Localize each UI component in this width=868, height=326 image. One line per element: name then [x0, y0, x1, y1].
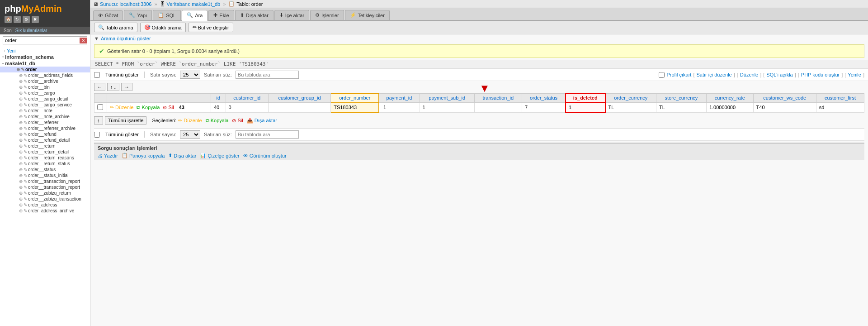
- sidebar-item-order-status-initial[interactable]: ⊕✎order__status_initial: [0, 173, 90, 178]
- exit-icon[interactable]: ✖: [32, 16, 39, 23]
- sidebar-item-order-status[interactable]: ⊕✎order__status: [0, 167, 90, 173]
- edit-link[interactable]: Düzenle: [740, 72, 758, 78]
- export-btn[interactable]: ⬆ Dışa aktar: [168, 153, 196, 158]
- t20: order__transaction_report: [28, 185, 80, 190]
- sidebar-item-add-db[interactable]: +Yeni: [0, 48, 90, 54]
- sidebar-item-order-zubizu-transaction[interactable]: ⊕✎order__zubizu_transaction: [0, 196, 90, 202]
- col-customer-first[interactable]: customer_first: [816, 93, 864, 102]
- sidebar-item-order-address-fields[interactable]: ⊕✎order__address_fields: [0, 72, 90, 78]
- tab-islemler[interactable]: ⚙ İşlemler: [310, 10, 344, 20]
- show-all-checkbox-bottom[interactable]: [94, 132, 100, 138]
- col-payment-id[interactable]: payment_id: [379, 93, 420, 102]
- db-link[interactable]: Veritabanı: makale1t_db: [167, 1, 221, 7]
- renew-link[interactable]: Yenile: [848, 72, 861, 78]
- row-checkbox[interactable]: [97, 104, 103, 110]
- nav-left-btn[interactable]: ←: [94, 83, 105, 91]
- nav-up-btn[interactable]: ↑: [94, 116, 103, 125]
- filter-input-bottom[interactable]: [236, 130, 299, 139]
- bul-degistir-btn[interactable]: ✏ Bul ve değiştir: [189, 23, 233, 32]
- rows-select-bottom[interactable]: 25 50 100: [180, 130, 200, 139]
- sidebar-item-order-referrer-archive[interactable]: ⊕✎order__referrer_archive: [0, 125, 90, 131]
- clipboard-btn[interactable]: 📋 Panoya kopyala: [122, 153, 165, 158]
- sidebar-item-order-address-archive[interactable]: ⊕✎order_address_archive: [0, 208, 90, 214]
- sidebar-item-order-return-detail[interactable]: ⊕✎order__return_detail: [0, 149, 90, 155]
- home-icon[interactable]: 🏠: [5, 16, 12, 23]
- profil-link[interactable]: Profil çıkart: [666, 72, 691, 78]
- sidebar-item-order-refund[interactable]: ⊕✎order__refund: [0, 131, 90, 137]
- bottom-copy-link[interactable]: ⧉ Kopyala: [206, 118, 229, 124]
- edit-inline-link[interactable]: Satır içi düzenle: [696, 72, 731, 78]
- db-search-input[interactable]: [3, 37, 80, 44]
- t24: order_address_archive: [28, 208, 74, 213]
- col-order-number[interactable]: order_number: [331, 93, 379, 102]
- col-payment-sub-id[interactable]: payment_sub_id: [420, 93, 474, 102]
- sidebar-item-order-transaction-report[interactable]: ⊕✎order__transaction_report: [0, 178, 90, 184]
- col-store-currency[interactable]: store_currency: [656, 93, 707, 102]
- tab-ekle[interactable]: ✚ Ekle: [208, 10, 234, 20]
- sidebar-item-information-schema[interactable]: + information_schema: [0, 54, 90, 60]
- sidebar-item-order-return-status[interactable]: ⊕✎order__return_status: [0, 161, 90, 167]
- col-customer-group-id[interactable]: customer_group_id: [268, 93, 330, 102]
- tablo-arama-btn[interactable]: 🔍 Tablo arama: [94, 23, 137, 32]
- row-edit-link[interactable]: ✏ Düzenle: [110, 105, 133, 110]
- tab-sql[interactable]: 📋 SQL: [153, 10, 181, 20]
- sidebar-item-order-return-reasons[interactable]: ⊕✎order__return_reasons: [0, 155, 90, 161]
- tab-tetikleyiciler[interactable]: ⚡ Tetikleyiciler: [345, 10, 390, 20]
- sidebar-item-order-zubizu-return[interactable]: ⊕✎order__zubizu_return: [0, 190, 90, 196]
- rows-select[interactable]: 25 50 100: [180, 71, 200, 79]
- sidebar-item-order-note[interactable]: ⊕✎order__note: [0, 108, 90, 114]
- sidebar-item-order-refund-detail[interactable]: ⊕✎order__refund_detail: [0, 137, 90, 143]
- nav-sort-btn[interactable]: ↑ ↓: [107, 83, 119, 91]
- query-title-label: Sorgu sonuçları işlemleri: [98, 145, 157, 151]
- tab-yapi[interactable]: 🔧 Yapı: [124, 10, 152, 20]
- sidebar-item-order-address[interactable]: ⊕✎order_address: [0, 202, 90, 208]
- sidebar-item-order-cargo-service[interactable]: ⊕✎order__cargo_service: [0, 102, 90, 108]
- col-order-currency[interactable]: order_currency: [605, 93, 656, 102]
- chart-btn[interactable]: 📊 Çizelge göster: [200, 153, 239, 158]
- frequent-link[interactable]: Sık kullanılanlar: [15, 28, 47, 33]
- bottom-edit-link[interactable]: ✏ Düzenle: [178, 118, 202, 124]
- bottom-delete-link[interactable]: ⊘ Sil: [232, 118, 243, 124]
- search-criteria-link[interactable]: Arama ölçütünü göster: [101, 36, 151, 41]
- db-search-clear[interactable]: ✕: [80, 38, 87, 43]
- sql-open-link[interactable]: SQL'i açıkla: [766, 72, 793, 78]
- tab-ara[interactable]: 🔍 Ara: [182, 10, 208, 21]
- col-customer-ws-code[interactable]: customer_ws_code: [753, 93, 816, 102]
- row-delete-link[interactable]: ⊘ Sil: [163, 105, 174, 110]
- col-id[interactable]: id: [211, 93, 226, 102]
- col-order-status[interactable]: order_status: [522, 93, 566, 102]
- col-currency-rate[interactable]: currency_rate: [706, 93, 753, 102]
- col-transaction-id[interactable]: transaction_id: [474, 93, 522, 102]
- sidebar-item-order-note-archive[interactable]: ⊕✎order__note_archive: [0, 114, 90, 120]
- search-bar: 🔍 Tablo arama 🎯 Odaklı arama ✏ Bul ve de…: [90, 21, 868, 34]
- php-code-link[interactable]: PHP kodu oluştur: [801, 72, 840, 78]
- sidebar-item-order-bin[interactable]: ⊕✎order__bin: [0, 84, 90, 90]
- settings-icon[interactable]: ⚙: [23, 16, 30, 23]
- sidebar-item-order-referrer[interactable]: ⊕✎order__referrer: [0, 120, 90, 125]
- select-all-btn[interactable]: Tümünü işaretle: [105, 116, 147, 125]
- server-link[interactable]: Sunucu: localhost:3306: [100, 1, 151, 7]
- tab-ice-aktar[interactable]: ⬇ İçe aktar: [274, 10, 309, 20]
- show-all-checkbox[interactable]: [94, 72, 100, 78]
- sidebar-item-order-cargo-detail[interactable]: ⊕✎order__cargo_detail: [0, 96, 90, 102]
- sidebar-item-order-transaction-report2[interactable]: ⊕✎order__transaction_report: [0, 184, 90, 190]
- tab-gozat[interactable]: 👁 Gözat: [93, 10, 123, 20]
- bottom-export-link[interactable]: 📤 Dışa aktar: [247, 118, 277, 124]
- sidebar-item-order-archive[interactable]: ⊕✎order__archive: [0, 78, 90, 84]
- filter-input[interactable]: [236, 71, 299, 79]
- tab-disa-aktar[interactable]: ⬆ Dışa aktar: [235, 10, 274, 20]
- row-copy-link[interactable]: ⧉ Kopyala: [137, 105, 160, 110]
- sidebar-item-order-return[interactable]: ⊕✎order__return: [0, 143, 90, 149]
- odakli-arama-btn[interactable]: 🎯 Odaklı arama: [140, 23, 186, 32]
- print-btn[interactable]: 🖨 Yazdır: [98, 153, 118, 158]
- col-is-deleted[interactable]: is_deleted: [566, 93, 605, 102]
- col-customer-id[interactable]: customer_id: [226, 93, 268, 102]
- nav-right-btn[interactable]: →: [121, 83, 132, 91]
- profil-checkbox[interactable]: [659, 72, 665, 78]
- sidebar-item-makale1t-db[interactable]: − makale1t_db: [0, 60, 90, 67]
- sidebar-item-order[interactable]: ⊕ ✎ order: [0, 67, 90, 72]
- reload-icon[interactable]: ↻: [14, 16, 21, 23]
- view-btn[interactable]: 👁 Görünüm oluştur: [243, 153, 287, 158]
- sidebar-item-order-cargo[interactable]: ⊕✎order__cargo: [0, 90, 90, 96]
- gozat-icon: 👁: [98, 13, 103, 18]
